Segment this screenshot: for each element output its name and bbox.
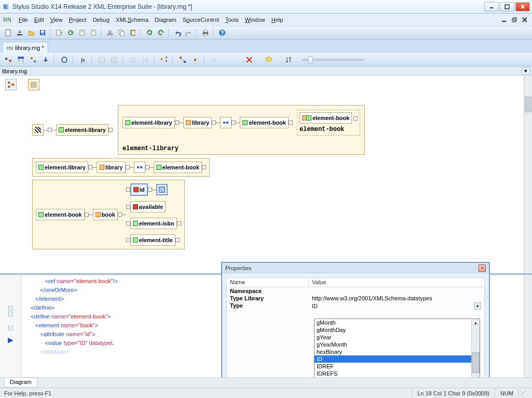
align-icon[interactable] [128, 55, 138, 65]
menu-edit[interactable]: EditEdit [31, 15, 47, 24]
node-r3-element-isbn[interactable]: element-isbn [130, 218, 177, 229]
align2-icon[interactable] [140, 55, 151, 65]
node-pattern[interactable] [32, 124, 44, 136]
diag-tool5-icon[interactable] [59, 55, 70, 65]
maximize-button[interactable] [500, 2, 514, 11]
import-icon[interactable] [15, 28, 25, 38]
node-r2-element-library[interactable]: element-library [36, 162, 88, 173]
dropdown-item[interactable]: gYear [315, 334, 471, 341]
dropdown-arrow-icon[interactable]: ▼ [474, 302, 481, 310]
cut-icon[interactable] [105, 28, 115, 38]
dropdown-item[interactable]: gYearMonth [315, 341, 471, 348]
zoom-slider-thumb[interactable] [308, 57, 313, 64]
node-r2-library[interactable]: library [97, 162, 126, 173]
expand-handle[interactable] [85, 213, 89, 217]
node-r3-available[interactable]: available [130, 201, 166, 213]
fold-marker[interactable]: − [8, 326, 13, 330]
diag-tool2-icon[interactable] [16, 55, 26, 65]
expand-handle[interactable] [118, 213, 122, 217]
expand-handle[interactable] [202, 165, 206, 169]
remove-icon[interactable] [209, 55, 219, 65]
file-tab[interactable]: rnc library.rng * [2, 42, 48, 53]
cycle-icon[interactable] [144, 28, 155, 38]
expand-handle[interactable] [88, 165, 92, 169]
node-element-library-1[interactable]: element-library [56, 124, 108, 136]
menu-debug[interactable]: DebugDebug [90, 15, 113, 24]
menu-sourcecontrol[interactable]: SourceControlSourceControl [180, 15, 222, 24]
expand-icon[interactable] [178, 55, 188, 65]
menu-project[interactable]: ProjectProject [65, 15, 89, 24]
node-r2-seq-icon[interactable] [134, 162, 145, 173]
dropdown-vscrollbar[interactable]: ▲ ▼ [471, 319, 480, 377]
properties-close-icon[interactable]: ✕ [479, 264, 486, 272]
node-r2-element-book[interactable]: element-book [154, 162, 202, 173]
cluster-icon[interactable] [159, 55, 169, 65]
collapse-icon[interactable] [190, 55, 200, 65]
menu-file[interactable]: FFileile [16, 15, 31, 24]
branch-handle[interactable] [126, 221, 130, 225]
scrollbar-thumb[interactable] [472, 352, 480, 373]
undo-icon[interactable] [172, 28, 183, 38]
new-file-icon[interactable] [3, 28, 13, 38]
help-icon[interactable]: ? [217, 28, 227, 38]
document-icon[interactable] [77, 28, 87, 38]
branch-handle[interactable] [126, 188, 130, 192]
expand-handle[interactable] [289, 121, 293, 125]
save-icon[interactable] [37, 28, 48, 38]
tab-diagram[interactable]: Diagram [4, 378, 37, 388]
diagram-canvas[interactable]: element-library element-library library … [0, 76, 532, 377]
scroll-up-icon[interactable]: ▲ [472, 319, 480, 326]
dropdown-item[interactable]: gMonth [315, 319, 471, 326]
expand-handle[interactable] [175, 121, 179, 125]
node-r3-element-title[interactable]: element-title [130, 234, 175, 246]
copy-icon[interactable] [116, 28, 127, 38]
expand-handle[interactable] [231, 121, 236, 125]
branch-handle[interactable] [126, 205, 130, 209]
dropdown-item[interactable]: ID [315, 355, 471, 363]
node-element-library-2[interactable]: element-library [122, 117, 175, 128]
scrollbar-thumb[interactable] [525, 97, 531, 112]
fold-marker[interactable]: − [8, 312, 13, 316]
menu-help[interactable]: HelpHelp [268, 15, 287, 24]
comment-icon[interactable] [264, 55, 274, 65]
node-r3-element-book[interactable]: element-book [36, 209, 85, 220]
status-resize-grip[interactable]: ⋰ [519, 388, 528, 398]
sort-icon[interactable] [283, 55, 294, 65]
mdi-close-icon[interactable] [521, 16, 529, 24]
minimize-button[interactable] [484, 2, 499, 11]
dropdown-item[interactable]: gMonthDay [315, 326, 471, 334]
redo-icon[interactable] [184, 28, 194, 38]
grid2-icon[interactable] [109, 55, 119, 65]
error-icon[interactable] [244, 55, 254, 65]
dropdown-item[interactable]: hexBinary [315, 348, 471, 355]
header-name[interactable]: Name [227, 278, 309, 287]
grid-icon[interactable] [97, 55, 107, 65]
menu-xmlschema[interactable]: XMLSchemaXMLSchema [113, 15, 152, 24]
mdi-restore-icon[interactable] [510, 16, 519, 24]
open-icon[interactable] [26, 28, 36, 38]
header-value[interactable]: Value [309, 278, 329, 287]
palette-tree-icon[interactable] [5, 79, 17, 90]
node-r3-id-value[interactable] [156, 184, 168, 195]
canvas-vscrollbar[interactable] [524, 76, 532, 273]
expand-handle[interactable] [177, 221, 181, 225]
diag-tool1-icon[interactable] [3, 55, 13, 65]
menu-view[interactable]: ViewView [47, 15, 66, 24]
paste-icon[interactable] [128, 28, 138, 38]
node-element-book-1[interactable]: element-book [240, 117, 289, 128]
properties-titlebar[interactable]: Properties ✕ [222, 263, 489, 273]
menu-tools[interactable]: ToolsTools [222, 15, 242, 24]
diag-tool3-icon[interactable] [28, 55, 38, 65]
mdi-minimize-icon[interactable] [500, 16, 508, 24]
expand-handle[interactable] [108, 128, 113, 132]
node-element-book-ref[interactable]: element-book [299, 112, 352, 124]
branch-handle[interactable] [126, 238, 130, 242]
prop-value-type[interactable]: ID ▼ [309, 302, 484, 310]
palette-grid-icon[interactable] [28, 79, 39, 90]
diag-tool4-icon[interactable] [40, 55, 51, 65]
expand-handle[interactable] [145, 165, 149, 169]
expand-handle[interactable] [148, 188, 152, 192]
menu-diagram[interactable]: Diagram [152, 15, 180, 24]
refresh-icon[interactable] [65, 28, 76, 38]
zoom-slider[interactable] [302, 59, 364, 61]
